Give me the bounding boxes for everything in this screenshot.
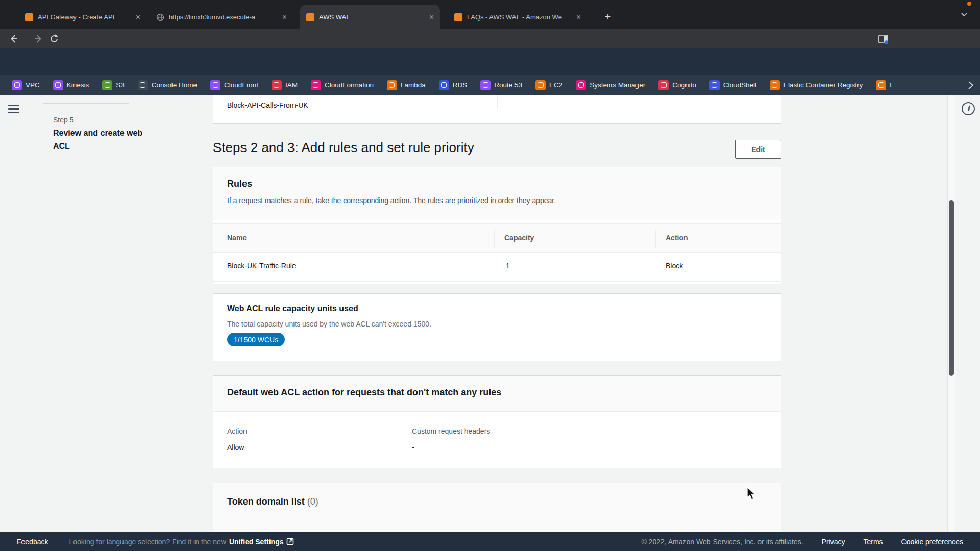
- aws-favicon-icon: [454, 13, 462, 21]
- sidebar-step-label: Step 5: [53, 116, 74, 124]
- language-hint: Looking for language selection? Find it …: [69, 538, 226, 546]
- tab-waf-faqs[interactable]: FAQs - AWS WAF - Amazon We ×: [448, 5, 587, 29]
- systems-manager-icon: [576, 80, 586, 90]
- globe-icon: [156, 13, 164, 21]
- tab-separator: [149, 12, 149, 21]
- bookmark-cloudformation[interactable]: CloudFormation: [311, 80, 374, 90]
- close-icon[interactable]: ×: [136, 13, 140, 21]
- table-column-divider: [494, 229, 495, 248]
- cloudfront-icon: [210, 80, 220, 90]
- bookmark-cloudfront[interactable]: CloudFront: [210, 80, 258, 90]
- action-value: Allow: [227, 443, 244, 452]
- bookmark-cloudshell[interactable]: CloudShell: [709, 80, 756, 90]
- bookmark-vpc[interactable]: VPC: [12, 80, 40, 90]
- bookmark-cognito[interactable]: Cognito: [658, 80, 696, 90]
- sidebar-step-title[interactable]: Review and create web ACL: [53, 127, 150, 153]
- forward-icon[interactable]: [33, 33, 44, 44]
- browser-tab-strip: API Gateway - Create API × https://limxh…: [0, 0, 980, 29]
- new-tab-button[interactable]: +: [601, 10, 615, 24]
- bookmarks-overflow-chevron-icon[interactable]: [968, 81, 974, 90]
- previous-section-panel: Block-API-Calls-From-UK: [213, 95, 781, 124]
- ecr-icon: [770, 80, 780, 90]
- token-domain-title: Token domain list (0): [227, 496, 318, 507]
- bookmark-s3[interactable]: S3: [102, 80, 125, 90]
- action-label: Action: [227, 427, 247, 435]
- tab-title: https://limxh3umvd.execute-a: [169, 13, 278, 21]
- rule-capacity-cell: 1: [506, 262, 510, 270]
- close-icon[interactable]: ×: [282, 13, 287, 21]
- token-domain-panel: Token domain list (0): [213, 483, 781, 532]
- screen: API Gateway - Create API × https://limxh…: [0, 0, 980, 551]
- bookmark-ec2[interactable]: EC2: [535, 80, 562, 90]
- copyright-text: © 2022, Amazon Web Services, Inc. or its…: [641, 538, 803, 546]
- bookmark-console-home[interactable]: Console Home: [138, 80, 197, 90]
- back-icon[interactable]: [8, 33, 19, 44]
- bookmark-rds[interactable]: RDS: [439, 80, 468, 90]
- rule-name-cell: Block-API-Calls-From-UK: [227, 95, 308, 116]
- token-domain-count: (0): [307, 496, 318, 507]
- cloudformation-icon: [311, 80, 321, 90]
- capacity-panel: Web ACL rule capacity units used The tot…: [213, 293, 781, 361]
- bookmark-iam[interactable]: IAM: [272, 80, 298, 90]
- tab-api-gateway[interactable]: API Gateway - Create API ×: [19, 5, 146, 29]
- rules-panel: Rules If a request matches a rule, take …: [213, 167, 781, 284]
- hamburger-menu-icon[interactable]: [8, 105, 19, 116]
- privacy-link[interactable]: Privacy: [822, 538, 845, 546]
- tab-title: AWS WAF: [319, 13, 425, 21]
- column-header-action: Action: [666, 234, 688, 242]
- section-title: Steps 2 and 3: Add rules and set rule pr…: [213, 140, 474, 156]
- tab-search-chevron-icon[interactable]: [961, 12, 968, 17]
- recording-indicator-dot: [967, 2, 971, 6]
- bookmark-ecr[interactable]: Elastic Container Registry: [770, 80, 863, 90]
- bookmark-lambda[interactable]: Lambda: [387, 80, 426, 90]
- bookmarks-bar: VPC Kinesis S3 Console Home CloudFront I…: [0, 75, 980, 95]
- rule-name-cell: Block-UK-Traffic-Rule: [227, 262, 296, 270]
- close-icon[interactable]: ×: [576, 13, 581, 21]
- tab-title: FAQs - AWS WAF - Amazon We: [467, 13, 572, 21]
- reload-icon[interactable]: [48, 33, 60, 44]
- cookie-preferences-link[interactable]: Cookie preferences: [901, 538, 963, 546]
- unified-settings-link[interactable]: Unified Settings: [229, 538, 295, 546]
- rule-action-cell: Block: [666, 262, 683, 270]
- bookmark-systems-manager[interactable]: Systems Manager: [576, 80, 645, 90]
- bookmark-route53[interactable]: Route 53: [480, 80, 522, 90]
- external-link-icon: [286, 538, 294, 545]
- side-panel-icon[interactable]: [878, 34, 889, 44]
- terms-link[interactable]: Terms: [863, 538, 883, 546]
- rules-panel-description: If a request matches a rule, take the co…: [227, 196, 556, 205]
- bookmark-kinesis[interactable]: Kinesis: [53, 80, 89, 90]
- default-action-panel-title: Default web ACL action for requests that…: [227, 387, 501, 398]
- ec2-icon: [535, 80, 546, 90]
- console-home-icon: [138, 80, 148, 90]
- lambda-icon: [387, 80, 397, 90]
- cloudshell-icon: [709, 80, 720, 90]
- default-action-panel-header: Default web ACL action for requests that…: [213, 376, 781, 412]
- mouse-cursor-icon: [746, 487, 756, 501]
- wcu-badge: 1/1500 WCUs: [227, 333, 285, 346]
- feedback-link[interactable]: Feedback: [17, 538, 48, 546]
- table-column-divider: [655, 229, 656, 248]
- s3-icon: [102, 80, 112, 90]
- rules-panel-header: Rules If a request matches a rule, take …: [213, 167, 781, 220]
- tab-title: API Gateway - Create API: [38, 13, 132, 21]
- close-icon[interactable]: ×: [429, 13, 434, 21]
- scrollbar-thumb[interactable]: [949, 200, 954, 376]
- iam-icon: [272, 80, 282, 90]
- tab-execute-api[interactable]: https://limxh3umvd.execute-a ×: [150, 5, 293, 29]
- rules-panel-title: Rules: [227, 179, 252, 189]
- tab-aws-waf-active[interactable]: AWS WAF ×: [300, 5, 440, 29]
- custom-headers-label: Custom request headers: [412, 427, 490, 435]
- capacity-panel-title: Web ACL rule capacity units used: [227, 304, 358, 313]
- column-header-name: Name: [227, 234, 247, 242]
- kinesis-icon: [53, 80, 63, 90]
- info-icon[interactable]: i: [962, 102, 975, 115]
- aws-favicon-icon: [25, 13, 33, 21]
- default-action-panel: Default web ACL action for requests that…: [213, 375, 781, 468]
- cognito-icon: [658, 80, 669, 90]
- edit-button[interactable]: Edit: [735, 140, 781, 159]
- waf-review-page: Step 5 Review and create web ACL Block-A…: [0, 95, 980, 532]
- aws-favicon-icon: [306, 13, 314, 21]
- scrollbar-track[interactable]: [947, 95, 955, 532]
- route53-icon: [480, 80, 491, 90]
- bookmark-overflow-item[interactable]: E: [876, 80, 894, 90]
